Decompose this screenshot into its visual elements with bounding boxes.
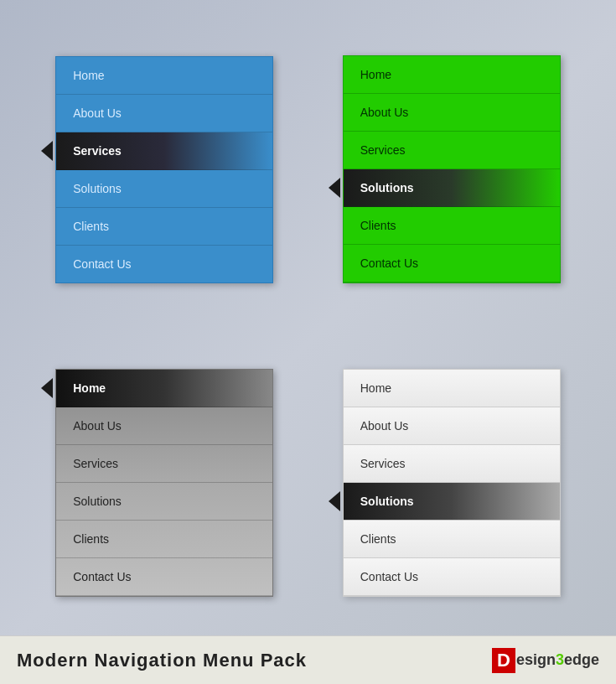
nav-item-about-green[interactable]: About Us [344,94,560,132]
footer-bar: Modern Navigation Menu Pack D esign3edge [0,635,616,684]
logo-rest: esign3edge [516,651,599,669]
nav-item-contact-gray-dark[interactable]: Contact Us [56,558,272,596]
nav-item-services-green[interactable]: Services [344,132,560,169]
nav-item-services-blue[interactable]: Services [56,132,272,170]
nav-item-home-gray-light[interactable]: Home [344,370,560,407]
logo-suffix: edge [564,651,599,668]
logo-text: esign [516,651,556,668]
nav-item-home-blue[interactable]: Home [56,57,272,95]
nav-item-about-blue[interactable]: About Us [56,95,272,132]
nav-item-about-gray-light[interactable]: About Us [344,407,560,445]
nav-item-clients-gray-light[interactable]: Clients [344,521,560,558]
nav-item-solutions-blue[interactable]: Solutions [56,170,272,208]
green-menu-wrapper: Home About Us Services Solutions Clients… [321,25,583,314]
nav-item-services-gray-dark[interactable]: Services [56,445,272,483]
nav-item-clients-gray-dark[interactable]: Clients [56,521,272,558]
nav-item-solutions-green[interactable]: Solutions [344,169,560,207]
nav-item-solutions-gray-dark[interactable]: Solutions [56,483,272,521]
nav-item-home-gray-dark[interactable]: Home [56,370,272,407]
nav-item-services-gray-light[interactable]: Services [344,445,560,483]
gray-light-menu-wrapper: Home About Us Services Solutions Clients… [321,339,583,627]
nav-item-clients-green[interactable]: Clients [344,207,560,245]
nav-item-solutions-gray-light[interactable]: Solutions [344,483,560,521]
blue-menu-wrapper: Home About Us Services Solutions Clients… [34,25,296,314]
footer-logo: D esign3edge [492,648,599,673]
nav-item-about-gray-dark[interactable]: About Us [56,407,272,445]
gray-dark-menu-wrapper: Home About Us Services Solutions Clients… [34,339,296,627]
blue-menu: Home About Us Services Solutions Clients… [55,56,273,283]
nav-item-contact-blue[interactable]: Contact Us [56,246,272,282]
footer-title: Modern Navigation Menu Pack [17,650,307,671]
logo-num: 3 [556,651,564,668]
nav-item-contact-gray-light[interactable]: Contact Us [344,558,560,596]
green-menu: Home About Us Services Solutions Clients… [343,55,561,283]
gray-light-menu: Home About Us Services Solutions Clients… [343,369,561,597]
nav-item-home-green[interactable]: Home [344,56,560,94]
gray-dark-menu: Home About Us Services Solutions Clients… [55,369,273,597]
main-content: Home About Us Services Solutions Clients… [0,0,616,635]
nav-item-clients-blue[interactable]: Clients [56,208,272,246]
nav-item-contact-green[interactable]: Contact Us [344,245,560,282]
logo-d: D [492,648,515,673]
